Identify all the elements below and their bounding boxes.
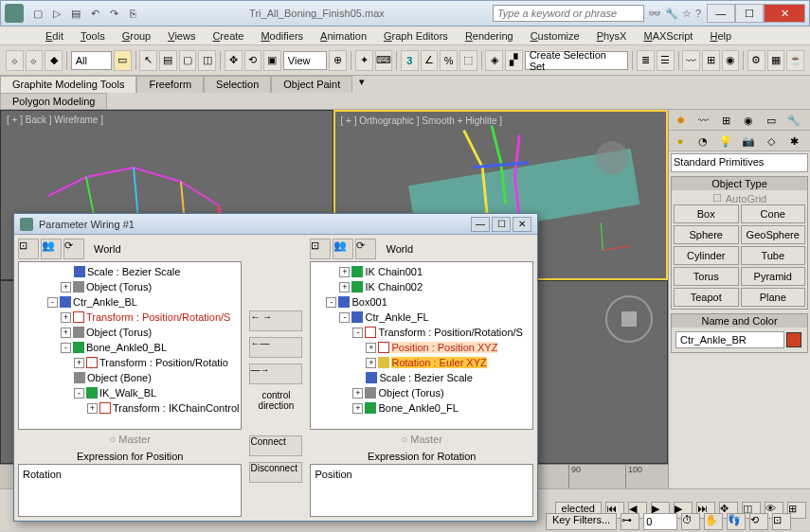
tree-expander-icon[interactable]: + (61, 282, 71, 293)
mirror-icon[interactable]: ▞ (505, 50, 523, 71)
schematic-icon[interactable]: ⊞ (702, 50, 720, 71)
select-region-icon[interactable]: ▢ (179, 50, 197, 71)
ribbon-expand-icon[interactable]: ▾ (352, 76, 371, 93)
curve-editor-icon[interactable]: 〰 (682, 50, 700, 71)
scale-icon[interactable]: ▣ (263, 50, 281, 71)
modify-panel-icon[interactable]: 〰 (692, 110, 714, 131)
spinner-snap-icon[interactable]: ⬚ (459, 50, 477, 71)
tree-row[interactable]: +IK Chain002 (313, 279, 531, 294)
tree-expander-icon[interactable]: - (339, 312, 350, 323)
right-tree[interactable]: +IK Chain001+IK Chain002-Box001-Ctr_Ankl… (310, 261, 533, 430)
menu-tools[interactable]: Tools (73, 28, 113, 44)
tree-row[interactable]: -Box001 (313, 294, 531, 310)
prim-teapot[interactable]: Teapot (674, 288, 739, 307)
helpers-icon[interactable]: ◇ (760, 131, 783, 151)
link-icon[interactable]: ⟐ (6, 50, 24, 71)
create-panel-icon[interactable]: ✹ (669, 110, 692, 131)
angle-snap-icon[interactable]: ∠ (421, 50, 439, 71)
menu-grapheditors[interactable]: Graph Editors (376, 28, 456, 44)
find-next-icon[interactable]: ⊡ (310, 239, 331, 259)
close-button[interactable]: ✕ (764, 4, 805, 23)
menu-maxscript[interactable]: MAXScript (636, 28, 700, 44)
tree-expander-icon[interactable]: - (352, 328, 363, 338)
refresh-icon[interactable]: 👥 (41, 239, 62, 259)
systems-icon[interactable]: ✱ (783, 131, 805, 151)
tree-row[interactable]: +Position : Position XYZ (313, 340, 531, 355)
save-icon[interactable]: ▤ (67, 5, 84, 22)
select-object-icon[interactable]: ↖ (139, 50, 157, 71)
prim-torus[interactable]: Torus (674, 267, 739, 286)
dialog-minimize-button[interactable]: — (471, 217, 490, 232)
hierarchy-panel-icon[interactable]: ⊞ (714, 110, 737, 131)
tree-row[interactable]: +Rotation : Euler XYZ (313, 355, 531, 370)
render-setup-icon[interactable]: ⚙ (747, 50, 765, 71)
align-icon[interactable]: ≣ (637, 50, 655, 71)
tree-row[interactable]: +Object (Torus) (313, 385, 531, 400)
ref-coord-combo[interactable]: View (283, 51, 328, 70)
tree-row[interactable]: -Ctr_Ankle_BL (21, 294, 239, 310)
named-sel-icon[interactable]: ◈ (485, 50, 503, 71)
nav-orbit-icon[interactable]: ⟲ (749, 513, 768, 530)
rollout-title[interactable]: Object Type (672, 177, 807, 190)
star-icon[interactable]: ☆ (682, 8, 692, 20)
binoculars-icon[interactable]: 👓 (648, 8, 661, 20)
prim-tube[interactable]: Tube (741, 246, 806, 265)
render-icon[interactable]: ☕ (786, 50, 804, 71)
expr-box-right[interactable]: Position (310, 464, 533, 517)
color-swatch[interactable] (786, 332, 801, 347)
show-icon[interactable]: ⟳ (63, 239, 84, 259)
tab-freeform[interactable]: Freeform (136, 76, 204, 93)
redo-icon[interactable]: ↷ (105, 5, 122, 22)
subtab-polygon[interactable]: Polygon Modeling (0, 93, 107, 110)
help-icon[interactable]: ? (695, 8, 701, 20)
time-config-icon[interactable]: ⏱ (681, 513, 700, 530)
cameras-icon[interactable]: 📷 (737, 131, 760, 151)
left-tree[interactable]: Scale : Bezier Scale+Object (Torus)-Ctr_… (18, 261, 242, 430)
tree-expander-icon[interactable]: - (61, 343, 71, 353)
category-combo[interactable]: Standard Primitives (671, 153, 808, 172)
prim-cylinder[interactable]: Cylinder (674, 246, 739, 265)
find-next-icon[interactable]: ⊡ (18, 239, 39, 259)
tree-expander-icon[interactable]: + (61, 328, 71, 338)
tab-objectpaint[interactable]: Object Paint (271, 76, 352, 93)
tree-expander-icon[interactable]: + (74, 358, 84, 368)
tree-expander-icon[interactable]: + (339, 267, 350, 277)
master-radio-right[interactable]: ○ Master (310, 430, 533, 449)
tree-row[interactable]: +IK Chain001 (313, 264, 531, 279)
tree-expander-icon[interactable]: + (339, 282, 350, 293)
menu-edit[interactable]: Edit (38, 28, 71, 44)
tree-expander-icon[interactable]: - (47, 297, 58, 308)
tree-row[interactable]: -Bone_Ankle0_BL (21, 340, 239, 355)
manipulate-icon[interactable]: ✦ (355, 50, 373, 71)
menu-physx[interactable]: PhysX (589, 28, 635, 44)
percent-snap-icon[interactable]: % (440, 50, 458, 71)
tree-row[interactable]: -IK_Walk_BL (21, 385, 239, 400)
material-icon[interactable]: ◉ (722, 50, 740, 71)
shapes-icon[interactable]: ◔ (692, 131, 714, 151)
menu-group[interactable]: Group (115, 28, 159, 44)
key-icon[interactable]: 🔧 (665, 8, 678, 20)
display-panel-icon[interactable]: ▭ (760, 110, 783, 131)
object-name-input[interactable] (675, 331, 784, 348)
tree-row[interactable]: +Object (Torus) (21, 279, 239, 294)
render-frame-icon[interactable]: ▦ (767, 50, 785, 71)
new-icon[interactable]: ▢ (29, 5, 46, 22)
undo-icon[interactable]: ↶ (86, 5, 103, 22)
motion-panel-icon[interactable]: ◉ (737, 110, 760, 131)
nav-pan-icon[interactable]: ✋ (704, 513, 723, 530)
menu-rendering[interactable]: Rendering (458, 28, 521, 44)
menu-modifiers[interactable]: Modifiers (253, 28, 311, 44)
tree-row[interactable]: Scale : Bezier Scale (21, 264, 239, 279)
maximize-button[interactable]: ☐ (735, 4, 764, 23)
direction-both-button[interactable]: ← → (249, 310, 302, 331)
tree-row[interactable]: Scale : Bezier Scale (313, 370, 531, 385)
prim-geosphere[interactable]: GeoSphere (741, 225, 806, 244)
move-icon[interactable]: ✥ (225, 50, 243, 71)
nav-walk-icon[interactable]: 👣 (727, 513, 746, 530)
tree-expander-icon[interactable]: + (366, 358, 376, 368)
unlink-icon[interactable]: ⟐ (26, 50, 44, 71)
tree-expander-icon[interactable]: + (366, 343, 376, 353)
selection-filter-combo[interactable]: All (71, 51, 112, 70)
key-mode-icon[interactable]: ⊶ (621, 513, 639, 530)
nav-max-icon[interactable]: ⊡ (772, 513, 791, 530)
